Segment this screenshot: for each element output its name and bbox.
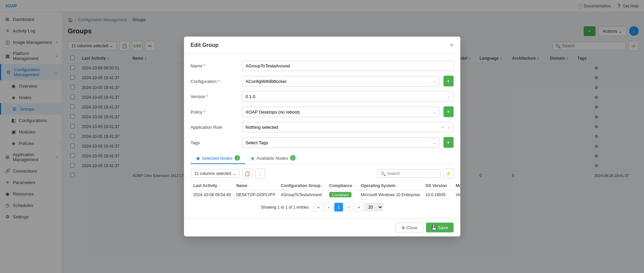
- inner-cell-model: Virtual Machine: [453, 190, 460, 199]
- policy-select-wrap: XOAP Desktops (no reboot) ⌄: [242, 107, 439, 117]
- selected-nodes-badge: 1: [235, 155, 240, 161]
- tags-label: Tags: [191, 140, 238, 145]
- policy-label: Policy *: [191, 109, 238, 114]
- tab-selected-nodes[interactable]: ◉ Selected Nodes 1: [191, 153, 246, 164]
- close-icon: ⊗: [401, 225, 405, 230]
- selected-nodes-icon: ◉: [196, 155, 200, 160]
- inner-col-os: Operating System ↕: [358, 181, 423, 190]
- name-input[interactable]: [242, 61, 454, 71]
- modal-tabs: ◉ Selected Nodes 1 ◉ Available Nodes 0: [191, 153, 454, 164]
- inner-col-config-group: Configuration Group ↕: [278, 181, 327, 190]
- application-role-label: Application Role: [191, 125, 238, 130]
- tags-select-wrap: Select Tags ⌄: [242, 137, 439, 148]
- version-label: Version *: [191, 94, 238, 99]
- inner-columns-label: 11 columns selected: [194, 171, 231, 176]
- close-modal-button[interactable]: ⊗ Close: [396, 223, 423, 233]
- application-role-select[interactable]: Nothing selected: [242, 122, 454, 132]
- form-row-version: Version * 0.1.0 ⌄: [191, 91, 454, 102]
- inner-copy-button[interactable]: 📋: [242, 169, 252, 179]
- first-page-button[interactable]: «: [314, 203, 323, 212]
- configuration-label: Configuration *: [191, 79, 238, 84]
- inner-toolbar: 11 columns selected ⌄ 📋 ↓ 🔍 ⚡: [191, 169, 454, 179]
- pagination: Showing 1 to 1 of 1 entries « ‹ 1 › » 20…: [191, 203, 454, 212]
- last-page-button[interactable]: »: [355, 203, 363, 212]
- showing-text: Showing 1 to 1 of 1 entries: [261, 205, 309, 210]
- inner-cell-compliance: Compliant: [327, 190, 358, 199]
- filter-icon: ⚡: [446, 171, 451, 176]
- modal-close-button[interactable]: ×: [450, 42, 454, 48]
- inner-search-input[interactable]: [387, 171, 438, 176]
- policy-select[interactable]: XOAP Desktops (no reboot): [242, 107, 439, 117]
- prev-page-button[interactable]: ‹: [324, 203, 333, 212]
- selected-nodes-table: Last Activity ↕ Name ↕ Configuration Gro…: [191, 181, 460, 200]
- inner-export-button[interactable]: ↓: [255, 169, 265, 179]
- available-nodes-icon: ◉: [251, 155, 254, 160]
- policy-add-button[interactable]: +: [443, 107, 454, 117]
- version-select[interactable]: 0.1.0: [242, 91, 454, 102]
- version-select-wrap: 0.1.0 ⌄: [242, 91, 454, 102]
- modal-footer: ⊗ Close 💾 Save: [184, 218, 460, 237]
- next-page-button[interactable]: ›: [344, 203, 353, 212]
- modal-header: Edit Group ×: [184, 37, 460, 54]
- tags-add-button[interactable]: +: [443, 137, 454, 148]
- inner-cell-last-activity: 2024-10-08 09:04:40: [191, 190, 234, 199]
- form-row-policy: Policy * XOAP Desktops (no reboot) ⌄ +: [191, 107, 454, 117]
- form-row-application-role: Application Role Nothing selected × ⌄: [191, 122, 454, 132]
- edit-group-modal: Edit Group × Name * Configuration * ACon…: [184, 37, 460, 237]
- application-role-clear-button[interactable]: ×: [440, 124, 445, 130]
- configuration-select[interactable]: AConfigWithBitlocker: [242, 76, 439, 86]
- inner-col-compliance: Compliance ↕: [327, 181, 358, 190]
- inner-cell-name: DESKTOP-GDPLVFP: [234, 190, 278, 199]
- inner-search-box: 🔍: [377, 169, 441, 178]
- search-icon: 🔍: [380, 171, 386, 176]
- save-icon: 💾: [431, 225, 437, 230]
- compliance-badge: Compliant: [329, 192, 351, 198]
- inner-cell-config-group: AGroupToTestaAround: [278, 190, 327, 199]
- inner-col-name: Name ↕: [234, 181, 278, 190]
- configuration-select-wrap: AConfigWithBitlocker ⌄: [242, 76, 439, 86]
- inner-cell-os: Microsoft Windows 10 Enterprise: [358, 190, 423, 199]
- name-label: Name *: [191, 63, 238, 68]
- tab-available-nodes[interactable]: ◉ Available Nodes 0: [245, 153, 301, 164]
- available-nodes-badge: 0: [290, 155, 296, 161]
- inner-cell-os-version: 10.0.19045: [423, 190, 453, 199]
- form-row-name: Name *: [191, 61, 454, 71]
- inner-table-row: 2024-10-08 09:04:40 DESKTOP-GDPLVFP AGro…: [191, 190, 460, 199]
- inner-columns-selector[interactable]: 11 columns selected ⌄: [191, 169, 240, 178]
- configuration-add-button[interactable]: +: [443, 76, 454, 87]
- tags-select[interactable]: Select Tags: [242, 137, 439, 148]
- per-page-select[interactable]: 20 50 100: [365, 203, 383, 211]
- chevron-down-icon: ⌄: [233, 171, 236, 176]
- page-1-button[interactable]: 1: [334, 203, 343, 212]
- modal-body: Name * Configuration * AConfigWithBitloc…: [184, 54, 460, 218]
- form-row-configuration: Configuration * AConfigWithBitlocker ⌄ +: [191, 76, 454, 87]
- form-row-tags: Tags Select Tags ⌄ +: [191, 137, 454, 148]
- export-icon: ↓: [259, 171, 261, 176]
- modal-title: Edit Group: [191, 42, 219, 48]
- application-role-select-wrap: Nothing selected × ⌄: [242, 122, 454, 132]
- inner-col-last-activity: Last Activity ↕: [191, 181, 234, 190]
- inner-col-os-version: OS Version ↕: [423, 181, 453, 190]
- tab-selected-nodes-label: Selected Nodes: [202, 155, 233, 160]
- inner-filter-button[interactable]: ⚡: [443, 169, 454, 179]
- copy-icon: 📋: [244, 171, 250, 176]
- save-modal-button[interactable]: 💾 Save: [426, 223, 454, 233]
- inner-col-model: Model ↕: [453, 181, 460, 190]
- tab-available-nodes-label: Available Nodes: [256, 155, 288, 160]
